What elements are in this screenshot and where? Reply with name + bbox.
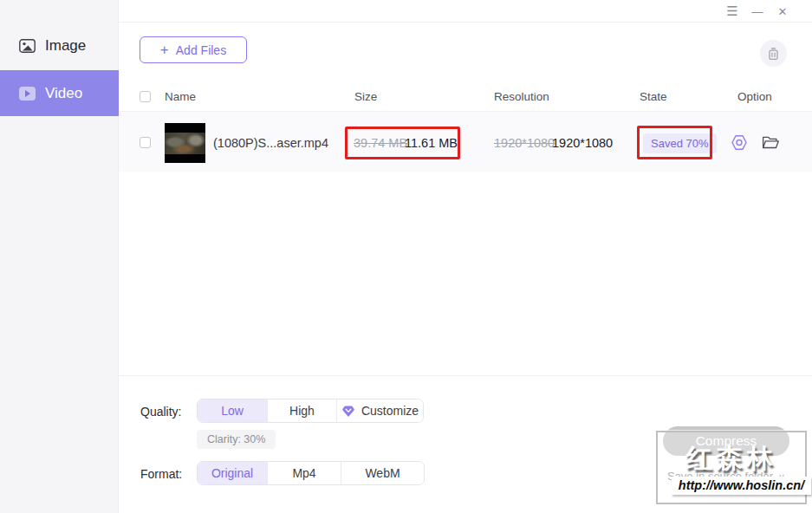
minimize-icon[interactable]: — xyxy=(748,0,767,23)
compress-button[interactable]: Compress xyxy=(663,426,789,456)
delete-all-button[interactable] xyxy=(760,40,787,67)
sidebar-item-image[interactable]: Image xyxy=(0,24,119,68)
menu-icon[interactable]: ☰ xyxy=(723,0,742,23)
quality-segmented-control: Low High Customize xyxy=(197,399,424,423)
quality-option-high[interactable]: High xyxy=(267,399,336,422)
select-all-checkbox[interactable] xyxy=(140,91,151,102)
format-label: Format: xyxy=(140,467,182,481)
quality-option-customize[interactable]: Customize xyxy=(336,399,423,422)
sidebar-item-label: Video xyxy=(45,85,82,102)
customize-label: Customize xyxy=(361,404,419,418)
add-files-label: Add Files xyxy=(176,43,226,57)
gem-icon xyxy=(341,405,355,418)
column-header-name: Name xyxy=(165,84,196,110)
column-header-size: Size xyxy=(354,84,377,110)
sidebar: Image Video xyxy=(0,0,119,513)
sidebar-item-label: Image xyxy=(45,37,86,55)
chevron-down-icon: ∨ xyxy=(778,471,785,482)
format-segmented-control: Original Mp4 WebM xyxy=(197,461,425,485)
titlebar: ☰ — ✕ xyxy=(119,0,812,23)
column-header-option: Option xyxy=(737,84,772,110)
file-name: (1080P)S...aser.mp4 xyxy=(213,136,328,150)
quality-label: Quality: xyxy=(140,405,181,419)
app-window: Image Video ☰ — ✕ + Add Files Name Size … xyxy=(0,0,812,513)
folder-icon xyxy=(762,135,780,150)
resolution-original: 1920*1080 xyxy=(494,136,555,150)
open-folder-button[interactable] xyxy=(762,135,780,150)
preview-option-button[interactable] xyxy=(731,133,748,151)
format-option-mp4[interactable]: Mp4 xyxy=(267,462,341,484)
video-icon xyxy=(19,87,36,101)
save-location-label: Save in source folder xyxy=(667,470,773,483)
video-thumbnail xyxy=(165,123,205,163)
row-checkbox[interactable] xyxy=(140,137,151,148)
column-header-resolution: Resolution xyxy=(494,84,549,110)
status-badge: Saved 70% xyxy=(643,133,717,153)
close-icon[interactable]: ✕ xyxy=(773,0,792,23)
column-header-state: State xyxy=(640,84,667,110)
format-option-original[interactable]: Original xyxy=(198,462,267,484)
format-option-webm[interactable]: WebM xyxy=(341,462,424,484)
clarity-badge: Clarity: 30% xyxy=(197,430,276,449)
settings-hexagon-icon xyxy=(731,134,748,151)
resolution-compressed: 1920*1080 xyxy=(552,136,613,150)
save-location-dropdown[interactable]: Save in source folder∨ xyxy=(663,470,789,483)
trash-icon xyxy=(767,47,780,61)
image-icon xyxy=(19,39,36,53)
add-files-button[interactable]: + Add Files xyxy=(140,36,247,63)
sidebar-item-video[interactable]: Video xyxy=(0,70,119,116)
settings-divider xyxy=(119,375,812,376)
quality-option-low[interactable]: Low xyxy=(198,399,267,422)
plus-icon: + xyxy=(160,42,169,57)
size-compressed: 11.61 MB xyxy=(405,136,458,150)
size-original: 39.74 MB xyxy=(354,136,407,150)
